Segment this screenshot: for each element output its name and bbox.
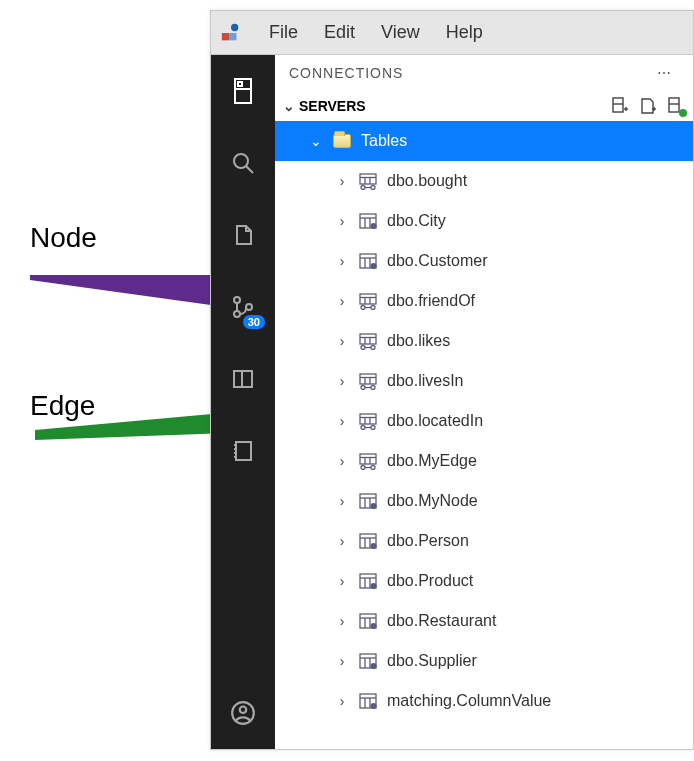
svg-rect-2 — [222, 33, 229, 40]
node-table-icon — [359, 212, 377, 230]
tree-item-label: dbo.Restaurant — [387, 612, 496, 630]
svg-rect-22 — [613, 98, 623, 112]
tree-item-label: dbo.Customer — [387, 252, 488, 270]
node-table-icon — [359, 692, 377, 710]
app-window: File Edit View Help — [210, 10, 694, 750]
tree-item-label: dbo.livesIn — [387, 372, 464, 390]
tree-item-label: dbo.friendOf — [387, 292, 475, 310]
servers-section-title: SERVERS — [299, 98, 366, 114]
activity-files-icon[interactable] — [227, 219, 259, 251]
tree-item-label: dbo.bought — [387, 172, 467, 190]
object-explorer-tree: ⌄ Tables ›dbo.bought›dbo.City›dbo.Custom… — [275, 121, 693, 749]
new-connection-icon[interactable] — [611, 97, 629, 115]
svg-point-8 — [234, 154, 248, 168]
tree-item-label: dbo.likes — [387, 332, 450, 350]
tree-item[interactable]: ›dbo.livesIn — [275, 361, 693, 401]
node-table-icon — [359, 252, 377, 270]
chevron-right-icon: › — [335, 613, 349, 629]
tree-item[interactable]: ›dbo.Product — [275, 561, 693, 601]
chevron-right-icon: › — [335, 293, 349, 309]
tree-item[interactable]: ›dbo.MyNode — [275, 481, 693, 521]
tree-label: Tables — [361, 132, 407, 150]
source-control-badge: 30 — [243, 315, 265, 329]
tree-item[interactable]: ›dbo.Restaurant — [275, 601, 693, 641]
svg-point-10 — [234, 297, 240, 303]
app-logo-icon — [219, 21, 243, 45]
tree-item-label: dbo.Person — [387, 532, 469, 550]
chevron-right-icon: › — [335, 493, 349, 509]
node-table-icon — [359, 652, 377, 670]
activity-connections-icon[interactable] — [227, 75, 259, 107]
tree-item[interactable]: ›matching.ColumnValue — [275, 681, 693, 721]
chevron-right-icon: › — [335, 653, 349, 669]
tree-item-label: dbo.MyEdge — [387, 452, 477, 470]
tree-item-label: dbo.City — [387, 212, 446, 230]
menu-view[interactable]: View — [377, 20, 424, 45]
activity-account-icon[interactable] — [227, 697, 259, 729]
servers-chevron-icon[interactable]: ⌄ — [283, 98, 295, 114]
node-table-icon — [359, 572, 377, 590]
tree-item-label: dbo.MyNode — [387, 492, 478, 510]
edge-table-icon — [359, 372, 377, 390]
new-query-icon[interactable] — [639, 97, 657, 115]
tree-item[interactable]: ›dbo.likes — [275, 321, 693, 361]
svg-rect-28 — [669, 98, 679, 112]
node-table-icon — [359, 612, 377, 630]
menubar: File Edit View Help — [211, 11, 693, 55]
chevron-right-icon: › — [335, 693, 349, 709]
chevron-right-icon: › — [335, 413, 349, 429]
activity-panel-icon[interactable] — [227, 363, 259, 395]
tree-item-label: dbo.Supplier — [387, 652, 477, 670]
tree-tables-folder[interactable]: ⌄ Tables — [275, 121, 693, 161]
chevron-right-icon: › — [335, 373, 349, 389]
tree-item-label: matching.ColumnValue — [387, 692, 551, 710]
tree-item[interactable]: ›dbo.Supplier — [275, 641, 693, 681]
panel-more-icon[interactable]: ⋯ — [651, 65, 679, 81]
annotation-edge-label: Edge — [30, 390, 95, 422]
tree-item[interactable]: ›dbo.bought — [275, 161, 693, 201]
chevron-right-icon: › — [335, 453, 349, 469]
activity-notebook-icon[interactable] — [227, 435, 259, 467]
tree-item-label: dbo.locatedIn — [387, 412, 483, 430]
svg-rect-3 — [229, 33, 236, 40]
annotation-node-label: Node — [30, 222, 97, 254]
edge-table-icon — [359, 332, 377, 350]
node-table-icon — [359, 492, 377, 510]
edge-table-icon — [359, 452, 377, 470]
tree-item-label: dbo.Product — [387, 572, 473, 590]
tree-item[interactable]: ›dbo.locatedIn — [275, 401, 693, 441]
chevron-right-icon: › — [335, 213, 349, 229]
edge-table-icon — [359, 412, 377, 430]
server-status-icon[interactable] — [667, 97, 685, 115]
edge-table-icon — [359, 172, 377, 190]
svg-rect-15 — [236, 442, 251, 460]
svg-point-11 — [234, 311, 240, 317]
tree-item[interactable]: ›dbo.Person — [275, 521, 693, 561]
svg-rect-7 — [238, 82, 242, 86]
menu-edit[interactable]: Edit — [320, 20, 359, 45]
connections-panel: CONNECTIONS ⋯ ⌄ SERVERS — [275, 55, 693, 749]
svg-line-9 — [246, 166, 253, 173]
tree-item[interactable]: ›dbo.Customer — [275, 241, 693, 281]
tree-item[interactable]: ›dbo.City — [275, 201, 693, 241]
chevron-right-icon: › — [335, 333, 349, 349]
chevron-right-icon: › — [335, 573, 349, 589]
activity-source-control-icon[interactable]: 30 — [227, 291, 259, 323]
panel-title: CONNECTIONS — [289, 65, 403, 81]
menu-help[interactable]: Help — [442, 20, 487, 45]
node-table-icon — [359, 532, 377, 550]
folder-icon — [333, 134, 351, 148]
chevron-right-icon: › — [335, 253, 349, 269]
svg-point-21 — [240, 707, 247, 714]
menu-file[interactable]: File — [265, 20, 302, 45]
activity-search-icon[interactable] — [227, 147, 259, 179]
tree-item[interactable]: ›dbo.MyEdge — [275, 441, 693, 481]
tree-item[interactable]: ›dbo.friendOf — [275, 281, 693, 321]
activity-bar: 30 — [211, 55, 275, 749]
edge-table-icon — [359, 292, 377, 310]
chevron-right-icon: › — [335, 533, 349, 549]
chevron-right-icon: › — [335, 173, 349, 189]
chevron-down-icon: ⌄ — [309, 133, 323, 149]
